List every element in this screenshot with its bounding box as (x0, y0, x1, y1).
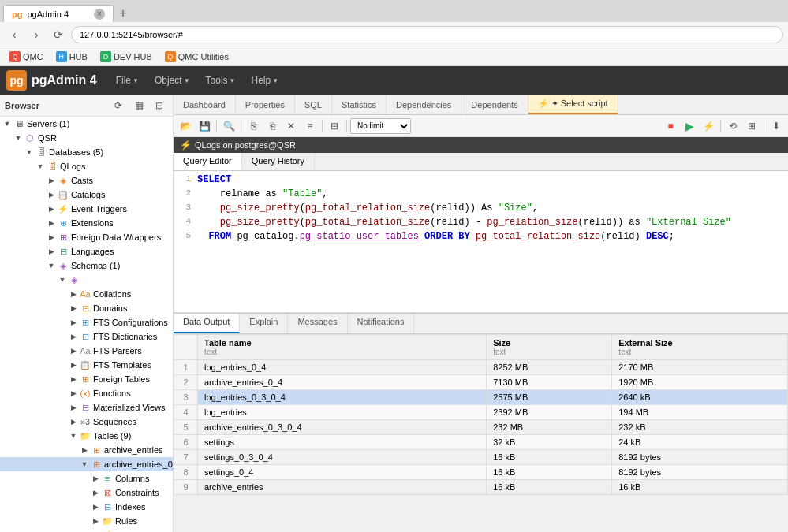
rules-toggle[interactable]: ▶ (90, 515, 101, 526)
public-toggle[interactable]: ▼ (57, 274, 68, 285)
extensions-toggle[interactable]: ▶ (46, 218, 57, 229)
menu-help[interactable]: Help ▼ (246, 73, 283, 87)
fts-parsers-toggle[interactable]: ▶ (68, 345, 79, 356)
filter-button[interactable]: ⊟ (151, 97, 168, 114)
tree-fdw[interactable]: ▶ ⊞ Foreign Data Wrappers (0, 230, 173, 244)
tree-archive-entries[interactable]: ▶ ⊞ archive_entries (0, 443, 173, 457)
tree-collations[interactable]: ▶ Aa Collations (0, 287, 173, 301)
results-tab-explain[interactable]: Explain (240, 314, 288, 333)
forward-button[interactable]: › (27, 25, 46, 44)
functions-toggle[interactable]: ▶ (68, 388, 79, 399)
tree-tables[interactable]: ▼ 📁 Tables (9) (0, 429, 173, 443)
stop-button[interactable]: ■ (662, 117, 679, 135)
results-tab-notifications[interactable]: Notifications (348, 314, 415, 333)
menu-file[interactable]: File ▼ (111, 73, 144, 87)
tree-qlogs[interactable]: ▼ 🗄 QLogs (0, 159, 173, 173)
bookmark-qmc-utilities[interactable]: Q QMC Utilities (162, 51, 232, 62)
results-tab-messages[interactable]: Messages (288, 314, 347, 333)
tree-languages[interactable]: ▶ ⊟ Languages (0, 244, 173, 259)
tree-sequences[interactable]: ▶ »3 Sequences (0, 415, 173, 429)
back-button[interactable]: ‹ (5, 25, 24, 44)
mat-views-toggle[interactable]: ▶ (68, 402, 79, 413)
table-row[interactable]: 7 settings_0_3_0_4 16 kB 8192 bytes (174, 450, 788, 465)
copy-button[interactable]: ⎘ (245, 117, 262, 135)
editor-tab-history[interactable]: Query History (242, 153, 315, 170)
refresh-browser-button[interactable]: ⟳ (110, 97, 127, 114)
tree-catalogs[interactable]: ▶ 📋 Catalogs (0, 188, 173, 202)
tree-columns[interactable]: ▶ ≡ Columns (0, 471, 173, 485)
servers-toggle[interactable]: ▼ (2, 118, 13, 129)
tree-archive-entries-0-3-0-4[interactable]: ▼ ⊞ archive_entries_0_3_0_4 (0, 457, 173, 471)
code-editor[interactable]: 1 SELECT 2 relname as "Table", 3 pg_size… (174, 171, 788, 313)
bookmark-qmc[interactable]: Q QMC (6, 51, 47, 62)
new-tab-button[interactable]: + (114, 5, 133, 22)
catalogs-toggle[interactable]: ▶ (46, 189, 57, 200)
table-row[interactable]: 9 archive_entries 16 kB 16 kB (174, 480, 788, 495)
indexes-toggle[interactable]: ▶ (90, 501, 101, 512)
tree-qsr[interactable]: ▼ ⬡ QSR (0, 131, 173, 145)
active-browser-tab[interactable]: pg pgAdmin 4 × (3, 5, 114, 22)
execute-button[interactable]: ▶ (681, 117, 698, 135)
collations-toggle[interactable]: ▶ (68, 288, 79, 299)
qsr-toggle[interactable]: ▼ (13, 132, 24, 143)
tree-constraints[interactable]: ▶ ⊠ Constraints (0, 485, 173, 500)
format-button[interactable]: ≡ (301, 117, 319, 135)
tree-rules[interactable]: ▶ 📁 Rules (0, 514, 173, 528)
explain-button[interactable]: ⚡ (700, 117, 717, 135)
constraints-toggle[interactable]: ▶ (90, 487, 101, 498)
table-row[interactable]: 2 archive_entries_0_4 7130 MB 1920 MB (174, 375, 788, 390)
table-row[interactable]: 1 log_entries_0_4 8252 MB 2170 MB (174, 360, 788, 375)
view-grid-button[interactable]: ▦ (130, 97, 148, 114)
data-table-container[interactable]: Table name text Size text External Size … (174, 334, 788, 510)
tab-close-button[interactable]: × (94, 9, 105, 20)
tree-triggers[interactable]: ▶ ⚡ Triggers (0, 528, 173, 532)
casts-toggle[interactable]: ▶ (46, 175, 57, 186)
reload-button[interactable]: ⟳ (49, 25, 68, 44)
tree-fts-dicts[interactable]: ▶ ⊡ FTS Dictionaries (0, 329, 173, 344)
sequences-toggle[interactable]: ▶ (68, 416, 79, 427)
fts-configs-toggle[interactable]: ▶ (68, 317, 79, 328)
tree-foreign-tables[interactable]: ▶ ⊞ Foreign Tables (0, 372, 173, 386)
fdw-toggle[interactable]: ▶ (46, 232, 57, 243)
tree-fts-configs[interactable]: ▶ ⊞ FTS Configurations (0, 315, 173, 329)
arrange-button[interactable]: ⊞ (743, 117, 760, 135)
archive-0-3-0-4-toggle[interactable]: ▼ (79, 459, 90, 470)
archive-entries-toggle[interactable]: ▶ (79, 445, 90, 456)
tables-toggle[interactable]: ▼ (68, 430, 79, 441)
tree-databases[interactable]: ▼ 🗄 Databases (5) (0, 145, 173, 159)
paste-button[interactable]: ⎗ (263, 117, 281, 135)
tree-casts[interactable]: ▶ ◈ Casts (0, 173, 173, 188)
bookmark-hub[interactable]: H HUB (53, 51, 91, 62)
results-tab-data-output[interactable]: Data Output (174, 314, 240, 333)
tree-indexes[interactable]: ▶ ⊟ Indexes (0, 500, 173, 514)
schemas-toggle[interactable]: ▼ (46, 260, 57, 271)
tab-dependents[interactable]: Dependents (461, 95, 528, 114)
table-row[interactable]: 8 settings_0_4 16 kB 8192 bytes (174, 465, 788, 480)
download-button[interactable]: ⬇ (767, 117, 785, 135)
table-row[interactable]: 3 log_entries_0_3_0_4 2575 MB 2640 kB (174, 390, 788, 405)
save-file-button[interactable]: 💾 (196, 117, 213, 135)
tab-dashboard[interactable]: Dashboard (174, 95, 236, 114)
row-limit-select[interactable]: No limit10 rows100 rows1000 rows (350, 118, 411, 134)
tree-domains[interactable]: ▶ ⊟ Domains (0, 301, 173, 315)
table-row[interactable]: 6 settings 32 kB 24 kB (174, 435, 788, 450)
bookmark-devhub[interactable]: D DEV HUB (97, 51, 155, 62)
foreign-tables-toggle[interactable]: ▶ (68, 374, 79, 385)
tab-dependencies[interactable]: Dependencies (387, 95, 461, 114)
open-file-button[interactable]: 📂 (177, 117, 194, 135)
qlogs-toggle[interactable]: ▼ (35, 161, 46, 172)
tab-properties[interactable]: Properties (236, 95, 295, 114)
tree-extensions[interactable]: ▶ ⊕ Extensions (0, 216, 173, 230)
find-button[interactable]: 🔍 (220, 117, 237, 135)
history-button[interactable]: ⟲ (724, 117, 741, 135)
columns-toggle[interactable]: ▶ (90, 473, 101, 484)
tree-fts-parsers[interactable]: ▶ Aa FTS Parsers (0, 344, 173, 358)
table-row[interactable]: 4 log_entries 2392 MB 194 MB (174, 405, 788, 420)
tab-sql[interactable]: SQL (295, 95, 332, 114)
fts-dicts-toggle[interactable]: ▶ (68, 331, 79, 342)
tree-functions[interactable]: ▶ (x) Functions (0, 386, 173, 400)
tree-public[interactable]: ▼ ◈ (0, 273, 173, 287)
fts-templates-toggle[interactable]: ▶ (68, 359, 79, 370)
tree-schemas[interactable]: ▼ ◈ Schemas (1) (0, 259, 173, 273)
filter-tool-button[interactable]: ⊟ (326, 117, 343, 135)
